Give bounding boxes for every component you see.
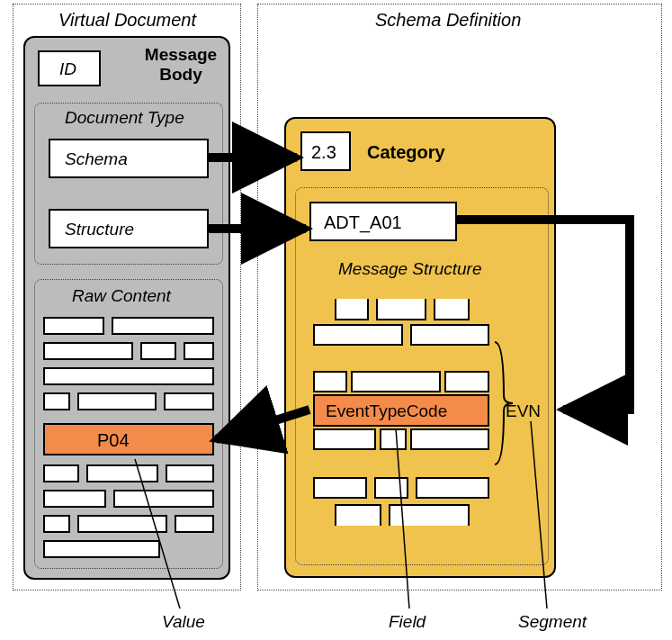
raw-block <box>77 392 157 410</box>
raw-block <box>43 367 214 385</box>
raw-content-title: Raw Content <box>72 286 171 306</box>
adt-label: ADT_A01 <box>324 212 402 233</box>
category-label: Category <box>367 142 445 163</box>
raw-block <box>43 342 133 360</box>
raw-block <box>164 392 214 410</box>
raw-block <box>43 464 79 482</box>
region-title-virtual-document: Virtual Document <box>58 10 196 31</box>
raw-block <box>184 342 214 360</box>
raw-block <box>43 317 104 335</box>
raw-block <box>43 540 160 558</box>
message-body-title: Message Body <box>131 45 230 85</box>
region-title-schema-definition: Schema Definition <box>375 10 521 31</box>
schema-label: Schema <box>65 149 128 169</box>
raw-block <box>86 464 158 482</box>
message-structure-title: Message Structure <box>338 259 481 279</box>
segment-label: EVN <box>506 401 541 421</box>
struct-block <box>313 324 403 346</box>
raw-block <box>77 515 167 533</box>
struct-block <box>410 324 489 346</box>
struct-block <box>376 299 426 320</box>
raw-block <box>112 317 214 335</box>
struct-block <box>335 504 381 526</box>
struct-block <box>380 428 407 450</box>
struct-block <box>374 477 408 499</box>
struct-block <box>416 477 489 499</box>
raw-block <box>43 490 106 508</box>
message-body-box: ID Message Body Document Type Schema Str… <box>23 36 230 580</box>
legend-field: Field <box>389 612 426 632</box>
struct-block <box>351 371 441 392</box>
struct-block <box>444 371 489 392</box>
struct-block <box>410 428 489 450</box>
raw-block <box>175 515 214 533</box>
raw-block <box>43 392 70 410</box>
raw-block <box>43 515 70 533</box>
message-body-title-text: Message Body <box>145 45 217 84</box>
schema-definition-box: 2.3 Category ADT_A01 Message Structure E… <box>284 117 556 578</box>
category-value: 2.3 <box>311 142 336 163</box>
legend-segment: Segment <box>518 612 587 632</box>
struct-block <box>434 299 470 320</box>
document-type-title: Document Type <box>65 108 184 128</box>
struct-block <box>335 299 369 320</box>
field-label: EventTypeCode <box>326 401 447 421</box>
struct-block <box>389 504 470 526</box>
struct-block <box>313 477 367 499</box>
struct-block <box>313 371 347 392</box>
raw-block <box>113 490 214 508</box>
raw-block <box>140 342 176 360</box>
raw-block <box>166 464 214 482</box>
raw-value-label: P04 <box>97 430 130 451</box>
structure-label: Structure <box>65 220 134 239</box>
legend-value: Value <box>162 612 205 632</box>
struct-block <box>313 428 376 450</box>
id-label: ID <box>59 59 76 79</box>
